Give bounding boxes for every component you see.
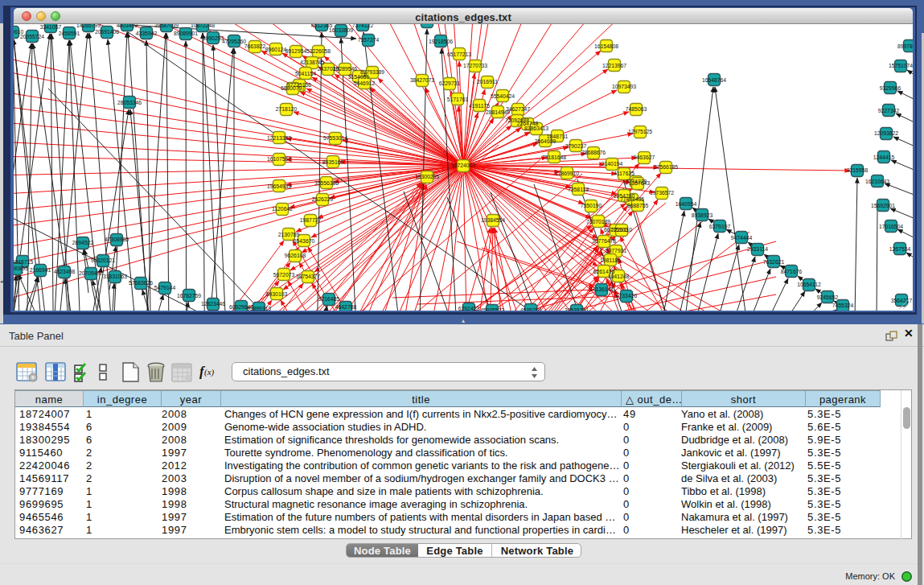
svg-text:2016911: 2016911 [477,79,498,84]
svg-text:38538251: 38538251 [565,307,589,311]
svg-text:7455324: 7455324 [832,303,854,308]
svg-text:9245652: 9245652 [817,295,839,300]
svg-text:95899313: 95899313 [247,306,271,311]
svg-text:2229110: 2229110 [611,227,632,233]
svg-text:16154808: 16154808 [594,43,618,49]
svg-text:39587039: 39587039 [154,24,179,28]
svg-text:16782759: 16782759 [177,293,201,299]
svg-text:8688755: 8688755 [627,203,649,208]
svg-text:6543670: 6543670 [294,238,315,244]
svg-text:55540424: 55540424 [491,93,515,99]
svg-text:1267534: 1267534 [889,246,911,252]
svg-text:2166941: 2166941 [30,267,51,273]
svg-text:2458591: 2458591 [59,31,80,36]
svg-text:71070189: 71070189 [586,219,610,225]
svg-text:5041154: 5041154 [295,71,316,76]
svg-text:19218506: 19218506 [429,39,453,44]
svg-text:20691406: 20691406 [95,29,119,35]
svg-text:2130789: 2130789 [278,232,300,237]
svg-text:19736572: 19736572 [650,190,674,196]
svg-text:65177213: 65177213 [447,51,471,57]
svg-text:28053346: 28053346 [117,100,142,105]
svg-text:(x): (x) [204,367,215,377]
svg-text:7357274: 7357274 [358,37,380,43]
svg-text:7358113: 7358113 [568,187,589,192]
svg-text:18300295: 18300295 [415,174,439,179]
svg-text:5977931: 5977931 [606,248,627,253]
svg-text:5918715: 5918715 [14,259,33,265]
svg-text:1640954: 1640954 [676,201,697,207]
svg-text:42138745: 42138745 [300,60,324,65]
svg-text:8912954: 8912954 [285,48,307,54]
svg-text:12213383: 12213383 [267,135,291,141]
svg-text:3564217: 3564217 [891,298,913,303]
svg-text:83793389: 83793389 [360,69,384,75]
svg-text:7374122: 7374122 [352,24,374,28]
svg-text:57683626: 57683626 [129,280,153,286]
svg-text:20709497: 20709497 [79,270,103,276]
svg-text:5672073: 5672073 [273,272,295,278]
svg-text:12093822: 12093822 [874,130,898,136]
svg-text:95320121: 95320121 [91,257,115,263]
svg-text:38754377: 38754377 [296,274,320,279]
svg-text:4539704: 4539704 [520,307,542,311]
svg-text:12823446: 12823446 [201,301,225,307]
svg-text:10973493: 10973493 [612,84,636,89]
svg-text:87490893: 87490893 [14,266,28,271]
svg-text:27566185: 27566185 [654,164,678,170]
svg-text:5446912: 5446912 [354,80,376,86]
svg-text:8930103: 8930103 [266,291,288,297]
svg-text:3790237: 3790237 [565,143,587,149]
svg-text:47295260: 47295260 [222,39,246,44]
svg-text:17016504: 17016504 [879,224,903,229]
svg-text:91030736: 91030736 [415,24,439,25]
svg-text:53226058: 53226058 [306,48,331,54]
svg-text:35556386: 35556386 [314,180,339,186]
svg-text:89978790: 89978790 [897,43,913,49]
svg-text:17869910: 17869910 [555,171,579,176]
svg-text:16033809: 16033809 [329,27,353,33]
svg-text:38427073: 38427073 [410,77,434,83]
svg-text:89089901: 89089901 [174,31,198,36]
svg-text:8090293: 8090293 [203,35,224,41]
svg-text:9329966: 9329966 [880,85,901,91]
svg-text:7663822: 7663822 [244,43,266,49]
svg-text:16107562: 16107562 [267,156,291,162]
svg-text:18724007: 18724007 [451,163,475,168]
svg-text:14265799: 14265799 [76,24,101,28]
svg-text:1987737: 1987737 [300,217,322,223]
svg-text:2626229: 2626229 [312,196,334,202]
svg-text:14136141: 14136141 [589,286,614,292]
svg-text:3215958: 3215958 [847,167,869,173]
svg-text:12213967: 12213967 [602,63,626,68]
svg-text:4335942: 4335942 [136,31,158,36]
svg-text:83863413: 83863413 [524,126,548,131]
svg-text:15751074: 15751074 [889,63,913,68]
svg-text:3154051: 3154051 [348,74,370,80]
svg-text:17270733: 17270733 [463,63,487,68]
svg-text:8960124: 8960124 [265,47,287,52]
svg-text:8938923: 8938923 [692,212,713,218]
svg-text:71367643: 71367643 [626,180,650,186]
svg-text:34627347: 34627347 [506,106,530,112]
svg-text:9474444: 9474444 [731,235,753,241]
svg-text:1981186: 1981186 [600,257,621,263]
svg-text:2140194: 2140194 [602,161,623,167]
svg-text:6379197: 6379197 [709,224,731,229]
svg-text:16648764: 16648764 [702,77,726,83]
svg-text:16210643: 16210643 [865,179,889,184]
svg-text:10654112: 10654112 [797,282,821,287]
svg-text:3341057: 3341057 [40,24,62,30]
svg-text:1244415: 1244415 [873,154,895,160]
svg-text:9227342: 9227342 [878,108,900,113]
svg-text:19384554: 19384554 [481,217,505,223]
svg-text:1120642: 1120642 [272,206,293,212]
svg-text:3716485: 3716485 [318,296,340,302]
svg-text:19289546: 19289546 [333,66,357,72]
svg-text:2564689: 2564689 [535,138,556,144]
svg-text:10872248: 10872248 [191,24,215,28]
svg-text:7485063: 7485063 [626,106,647,112]
svg-text:1841248: 1841248 [608,274,630,279]
svg-text:5171761: 5171761 [447,97,469,102]
svg-text:4191175: 4191175 [469,103,490,109]
